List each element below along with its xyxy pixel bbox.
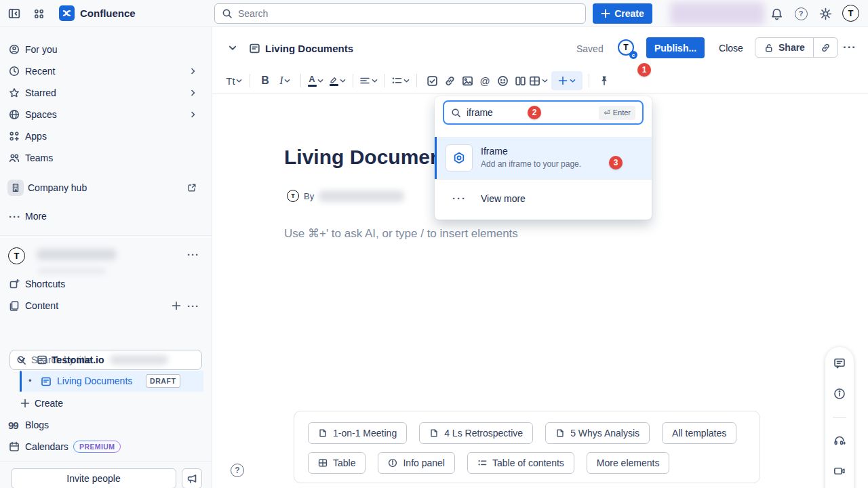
layouts-button[interactable] <box>511 71 529 90</box>
insert-image-button[interactable] <box>458 71 476 90</box>
more-actions-button[interactable]: ··· <box>840 37 860 58</box>
insert-table-chip[interactable]: Table <box>308 452 366 474</box>
enter-hint-label: Enter <box>613 108 631 117</box>
editor-help-button[interactable]: ? <box>231 464 244 477</box>
image-icon <box>462 75 473 87</box>
chevron-down-icon[interactable] <box>229 44 237 52</box>
sidebar-item-for-you[interactable]: For you <box>0 39 212 60</box>
chevron-down-icon <box>542 78 548 84</box>
plus-icon <box>20 398 31 409</box>
task-list-button[interactable] <box>423 71 441 90</box>
notifications-button[interactable] <box>769 6 784 21</box>
tree-item-root[interactable]: Testomat.io <box>0 350 212 370</box>
byline-by: By <box>304 191 314 201</box>
text-styles-button[interactable]: Tt <box>226 71 243 90</box>
tree-root-label: Testomat.io <box>52 354 104 365</box>
copy-link-button[interactable] <box>814 38 837 57</box>
toolbar-separator <box>384 74 385 87</box>
bold-button[interactable]: B <box>256 71 274 90</box>
premium-badge: PREMIUM <box>73 441 121 453</box>
settings-button[interactable] <box>818 6 833 21</box>
user-avatar[interactable]: T <box>842 5 859 22</box>
details-button[interactable] <box>831 386 848 401</box>
byline: T By <box>287 190 404 202</box>
selected-indicator-bar <box>435 137 437 179</box>
pin-toolbar-button[interactable] <box>595 71 613 90</box>
space-header[interactable]: T ··· <box>8 245 203 266</box>
emoji-button[interactable] <box>494 71 511 90</box>
at-icon: @ <box>479 75 490 87</box>
create-button[interactable]: Create <box>593 3 652 24</box>
collaborator-avatar-letter: T <box>623 43 628 52</box>
sidebar-item-label: Blogs <box>25 420 49 430</box>
mention-button[interactable]: @ <box>476 71 494 90</box>
sidebar-item-blogs[interactable]: 99 Blogs <box>0 415 212 435</box>
app-switcher-button[interactable] <box>32 7 45 20</box>
alignment-button[interactable] <box>359 71 378 90</box>
feedback-button[interactable] <box>182 468 202 488</box>
template-label: All templates <box>672 428 726 439</box>
template-4ls-retrospective[interactable]: 4 Ls Retrospective <box>419 422 533 444</box>
global-search-input[interactable] <box>238 8 578 19</box>
share-label: Share <box>778 42 805 53</box>
sidebar-item-starred[interactable]: Starred <box>0 83 212 103</box>
sidebar-item-calendars[interactable]: Calendars PREMIUM <box>0 436 212 457</box>
italic-button[interactable]: I <box>277 71 294 90</box>
template-1on1-meeting[interactable]: 1-on-1 Meeting <box>308 422 407 444</box>
lists-button[interactable] <box>391 71 410 90</box>
gear-icon <box>819 7 832 20</box>
chevron-down-icon[interactable] <box>18 356 26 364</box>
editor-toolbar: Tt B I A <box>212 68 868 94</box>
search-icon <box>222 8 233 19</box>
template-5-whys-analysis[interactable]: 5 Whys Analysis <box>545 422 650 444</box>
video-button[interactable] <box>831 463 848 479</box>
person-circle-icon <box>9 44 20 55</box>
sidebar-item-company-hub[interactable]: Company hub <box>0 176 212 199</box>
insert-info-panel-chip[interactable]: Info panel <box>378 452 455 474</box>
view-more-item[interactable]: ··· View more <box>435 180 652 217</box>
sidebar-item-content[interactable]: Content ··· <box>0 296 212 316</box>
invite-people-label: Invite people <box>66 473 120 484</box>
content-more-button[interactable]: ··· <box>187 300 199 312</box>
sidebar-item-recent[interactable]: Recent <box>0 61 212 81</box>
help-button[interactable]: ? <box>793 6 808 21</box>
editor-placeholder[interactable]: Use ⌘+' to ask AI, or type / to insert e… <box>284 226 518 241</box>
publish-label: Publish... <box>654 43 696 54</box>
breadcrumb-title[interactable]: Living Documents <box>265 43 353 54</box>
space-more-button[interactable]: ··· <box>187 249 199 260</box>
sidebar-item-shortcuts[interactable]: Shortcuts <box>0 274 212 294</box>
share-button[interactable]: Share <box>755 38 813 57</box>
all-templates-button[interactable]: All templates <box>662 422 736 444</box>
global-search[interactable] <box>214 3 586 24</box>
insert-toc-chip[interactable]: Table of contents <box>467 452 574 474</box>
sidebar-item-teams[interactable]: Teams <box>0 148 212 168</box>
publish-button[interactable]: Publish... <box>646 37 705 58</box>
redacted-space-name <box>37 249 117 260</box>
tree-create-button[interactable]: Create <box>0 393 212 413</box>
confluence-home-link[interactable]: Confluence <box>59 5 136 21</box>
sidebar-item-apps[interactable]: Apps <box>0 126 212 146</box>
table-button[interactable] <box>529 71 549 90</box>
invite-people-button[interactable]: Invite people <box>11 468 176 488</box>
close-button[interactable]: Close <box>711 37 751 58</box>
insert-elements-button[interactable] <box>551 71 583 90</box>
comment-icon <box>833 357 846 369</box>
highlight-color-button[interactable] <box>329 71 347 90</box>
chevron-down-icon <box>403 78 410 84</box>
add-content-button[interactable] <box>171 300 182 311</box>
menu-item-description: Add an iframe to your page. <box>481 159 581 169</box>
more-elements-button[interactable]: More elements <box>587 452 670 474</box>
collapse-sidebar-button[interactable] <box>7 7 21 20</box>
tree-item-selected[interactable]: • Living Documents DRAFT <box>20 371 203 392</box>
insert-link-button[interactable] <box>441 71 458 90</box>
sidebar-item-spaces[interactable]: Spaces <box>0 104 212 125</box>
insert-search[interactable]: ⏎ Enter <box>443 100 644 125</box>
text-color-button[interactable]: A <box>307 71 325 90</box>
bell-icon <box>770 7 783 20</box>
comments-button[interactable] <box>831 355 848 371</box>
audio-button[interactable] <box>831 432 848 448</box>
sidebar-item-more[interactable]: ··· More <box>0 206 212 226</box>
ellipsis-icon: ··· <box>843 41 856 54</box>
author-avatar-letter: T <box>291 192 295 199</box>
collaborator-avatar[interactable]: T c <box>618 39 634 56</box>
